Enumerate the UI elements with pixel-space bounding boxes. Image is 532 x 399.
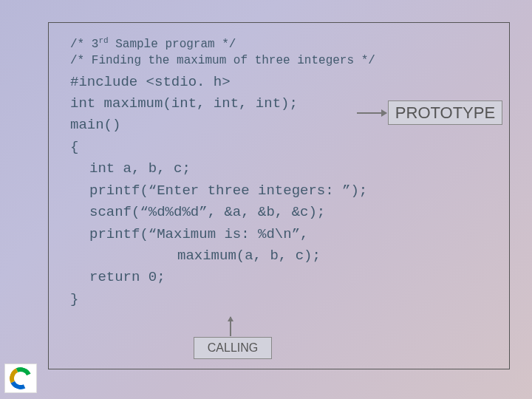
comment-line-1: /* 3rd Sample program */ [70,35,499,53]
code-line: { [70,137,499,158]
prototype-label: PROTOTYPE [388,100,502,125]
slide-content: /* 3rd Sample program */ /* Finding the … [70,35,499,310]
code-line: maximum(a, b, c); [70,245,499,267]
code-line: printf(“Enter three integers: ”); [70,180,499,202]
code-line: printf(“Maximum is: %d\n”, [70,224,499,245]
code-line: } [70,289,499,310]
comment-text: /* 3 [70,38,98,51]
comment-text: Sample program */ [109,38,236,51]
code-line: return 0; [70,267,499,288]
logo-icon [4,364,37,393]
arrow-right-icon [357,112,386,114]
code-line: scanf(“%d%d%d”, &a, &b, &c); [70,202,499,223]
code-line: #include <stdio. h> [70,72,499,93]
code-line: int a, b, c; [70,158,499,180]
superscript: rd [98,36,108,45]
calling-label: CALLING [194,337,272,359]
arrow-up-icon [230,317,231,336]
comment-line-2: /* Finding the maximum of three integers… [70,53,499,69]
